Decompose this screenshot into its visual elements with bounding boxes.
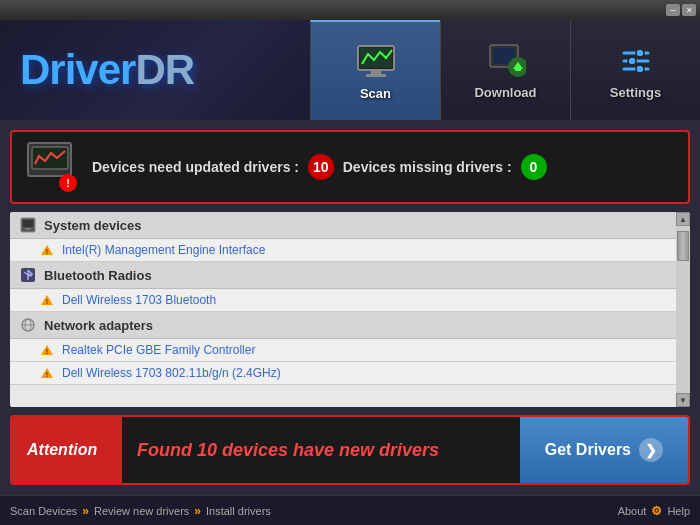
warning-icon: !: [40, 344, 54, 356]
svg-point-12: [636, 49, 644, 57]
action-message: Found 10 devices have new drivers: [122, 430, 520, 471]
warning-icon: !: [40, 294, 54, 306]
device-list[interactable]: System devices ! Intel(R) Management Eng…: [10, 212, 676, 407]
status-bar: ! Devices need updated drivers : 10 Devi…: [10, 130, 690, 204]
close-button[interactable]: ✕: [682, 4, 696, 16]
svg-rect-3: [366, 74, 386, 77]
svg-rect-18: [25, 228, 31, 230]
download-tab-label: Download: [474, 85, 536, 100]
install-drivers-link[interactable]: Install drivers: [206, 505, 271, 517]
category-network: Network adapters: [10, 312, 676, 339]
header: DriverDR Scan: [0, 20, 700, 120]
get-drivers-label: Get Drivers: [545, 441, 631, 459]
scrollbar-thumb[interactable]: [677, 231, 689, 261]
svg-point-13: [628, 57, 636, 65]
category-bluetooth: Bluetooth Radios: [10, 262, 676, 289]
get-drivers-button[interactable]: Get Drivers ❯: [520, 417, 688, 483]
status-monitor-icon: [27, 142, 72, 177]
about-link[interactable]: About: [618, 505, 647, 517]
tab-settings[interactable]: Settings: [570, 20, 700, 120]
footer-breadcrumb: Scan Devices » Review new drivers » Inst…: [10, 504, 271, 518]
scan-devices-link[interactable]: Scan Devices: [10, 505, 77, 517]
footer-right-separator: ⚙: [651, 504, 662, 518]
content-area: ! Devices need updated drivers : 10 Devi…: [0, 120, 700, 495]
footer: Scan Devices » Review new drivers » Inst…: [0, 495, 700, 525]
nav-tabs: Scan Download: [310, 20, 700, 120]
breadcrumb-separator-1: »: [82, 504, 89, 518]
settings-tab-icon: [616, 41, 656, 81]
action-bar: Attention Found 10 devices have new driv…: [10, 415, 690, 485]
review-drivers-link[interactable]: Review new drivers: [94, 505, 189, 517]
logo-area: DriverDR: [0, 20, 310, 120]
device-name: Realtek PCIe GBE Family Controller: [62, 343, 255, 357]
tab-download[interactable]: Download: [440, 20, 570, 120]
help-link[interactable]: Help: [667, 505, 690, 517]
list-item[interactable]: ! Dell Wireless 1703 Bluetooth: [10, 289, 676, 312]
svg-text:!: !: [46, 298, 48, 305]
network-label: Network adapters: [44, 318, 153, 333]
svg-text:!: !: [46, 248, 48, 255]
missing-count-badge: 0: [521, 154, 547, 180]
device-name: Dell Wireless 1703 802.11b/g/n (2.4GHz): [62, 366, 281, 380]
attention-label: Attention: [12, 417, 122, 483]
svg-text:!: !: [46, 348, 48, 355]
minimize-button[interactable]: ─: [666, 4, 680, 16]
settings-tab-label: Settings: [610, 85, 661, 100]
device-list-container: System devices ! Intel(R) Management Eng…: [10, 212, 690, 407]
svg-point-14: [636, 65, 644, 73]
scan-tab-icon: [356, 42, 396, 82]
device-name: Dell Wireless 1703 Bluetooth: [62, 293, 216, 307]
list-item[interactable]: ! Dell Wireless 1703 802.11b/g/n (2.4GHz…: [10, 362, 676, 385]
svg-rect-2: [371, 70, 381, 74]
system-devices-label: System devices: [44, 218, 142, 233]
breadcrumb-separator-2: »: [194, 504, 201, 518]
bluetooth-label: Bluetooth Radios: [44, 268, 152, 283]
warning-icon: !: [40, 244, 54, 256]
svg-rect-8: [515, 69, 521, 71]
update-count-badge: 10: [308, 154, 334, 180]
scrollbar-up-button[interactable]: ▲: [676, 212, 690, 226]
warning-icon: !: [40, 367, 54, 379]
list-item[interactable]: ! Intel(R) Management Engine Interface: [10, 239, 676, 262]
status-icon-area: !: [27, 142, 77, 192]
app-logo: DriverDR: [20, 46, 194, 94]
scan-tab-label: Scan: [360, 86, 391, 101]
network-icon: [20, 317, 36, 333]
arrow-icon: ❯: [639, 438, 663, 462]
scrollbar-down-button[interactable]: ▼: [676, 393, 690, 407]
status-alert-icon: !: [59, 174, 77, 192]
scrollbar-track: [676, 226, 690, 393]
scrollbar[interactable]: ▲ ▼: [676, 212, 690, 407]
download-tab-icon: [486, 41, 526, 81]
main-container: DriverDR Scan: [0, 20, 700, 525]
footer-right: About ⚙ Help: [618, 504, 690, 518]
category-system-devices: System devices: [10, 212, 676, 239]
status-update-text: Devices need updated drivers : 10 Device…: [92, 154, 552, 180]
svg-text:!: !: [46, 371, 48, 378]
tab-scan[interactable]: Scan: [310, 20, 440, 120]
bluetooth-icon: [20, 267, 36, 283]
list-item[interactable]: ! Realtek PCIe GBE Family Controller: [10, 339, 676, 362]
system-devices-icon: [20, 217, 36, 233]
svg-rect-17: [23, 220, 33, 227]
title-bar: ─ ✕: [0, 0, 700, 20]
device-name: Intel(R) Management Engine Interface: [62, 243, 265, 257]
